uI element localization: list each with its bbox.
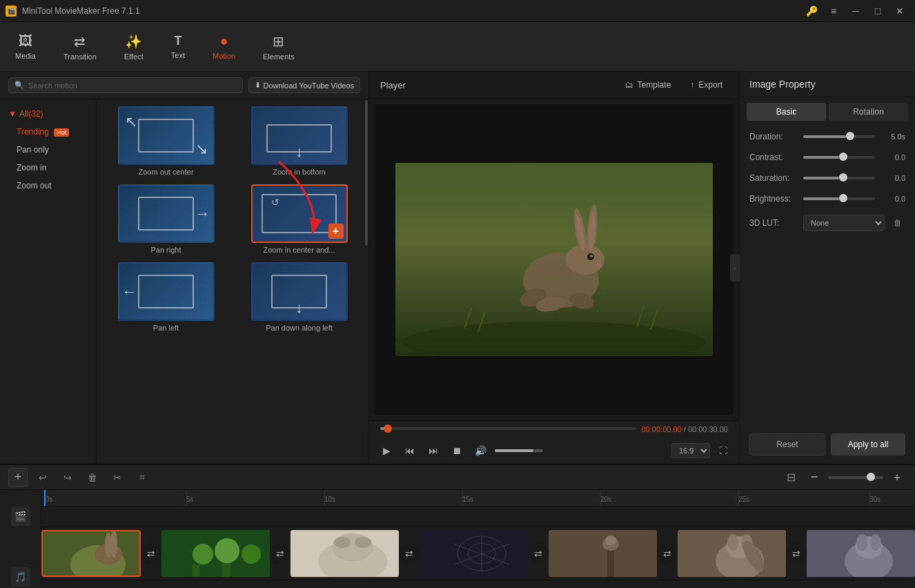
sidebar-item-trending[interactable]: Trending Hot [0, 123, 96, 141]
toolbar-transition[interactable]: ⇄ Transition [57, 29, 104, 65]
lut-delete-btn[interactable]: 🗑 [890, 215, 905, 231]
track-labels: 🎬 🎵 [0, 490, 41, 588]
audio-track-row [41, 580, 915, 588]
key-btn[interactable]: 🔑 [802, 3, 821, 19]
clip-dog[interactable] [291, 530, 399, 577]
menu-btn[interactable]: ≡ [824, 3, 843, 19]
brightness-slider[interactable] [803, 197, 875, 200]
playback-slider[interactable] [380, 427, 636, 430]
clip-hare[interactable] [41, 530, 141, 577]
title-bar: 🎬 MiniTool MovieMaker Free 7.1.1 🔑 ≡ ─ □… [0, 0, 915, 22]
sidebar-item-pan-only[interactable]: Pan only [0, 141, 96, 159]
audio-track-icon[interactable]: 🎵 [11, 567, 30, 587]
saturation-row: Saturation: 0.0 [740, 168, 915, 188]
video-track-icon[interactable]: 🎬 [11, 507, 30, 526]
player-controls: 00:00:00.00 / 00:00:30.00 ▶ ⏮ ⏭ ⏹ 🔊 16:9… [369, 420, 739, 464]
video-clips-row: ⇄ [41, 527, 915, 580]
svg-point-33 [332, 533, 373, 561]
lut-select[interactable]: None [803, 215, 885, 231]
motion-zoom-in-bottom[interactable]: ↓ Zoom in bottom [237, 106, 362, 176]
zoom-out-btn[interactable]: − [805, 468, 824, 487]
volume-slider[interactable] [495, 449, 543, 452]
skip-forward-btn[interactable]: ⏭ [424, 442, 442, 460]
aspect-ratio-select[interactable]: 16:9 9:16 1:1 4:3 [671, 443, 710, 458]
transition-2[interactable]: ⇄ [270, 543, 291, 564]
toolbar-effect[interactable]: ✨ Effect [117, 29, 150, 65]
motion-zoom-out-center[interactable]: ↘ ↖ Zoom out center [104, 106, 228, 176]
motion-grid: ↘ ↖ Zoom out center ↓ Zoom in bottom [97, 99, 368, 464]
saturation-slider[interactable] [803, 177, 875, 179]
motion-pan-left[interactable]: ← Pan left [104, 262, 228, 332]
fit-timeline-btn[interactable]: ⊟ [781, 468, 800, 487]
download-btn[interactable]: ⬇ Download YouTube Videos [248, 77, 361, 93]
minimize-btn[interactable]: ─ [846, 3, 865, 19]
zoom-in-btn[interactable]: + [887, 468, 907, 487]
search-box[interactable]: 🔍 Search motion [8, 77, 243, 93]
stop-btn[interactable]: ⏹ [448, 442, 466, 460]
export-btn[interactable]: ↑ Export [685, 77, 728, 92]
collapse-handle[interactable]: ‹ [730, 254, 740, 282]
template-icon: 🗂 [625, 80, 633, 90]
player-area: Player 🗂 Template ↑ Export [369, 72, 739, 464]
template-btn[interactable]: 🗂 Template [620, 77, 677, 92]
redo-btn[interactable]: ↪ [58, 468, 77, 487]
player-header: Player 🗂 Template ↑ Export [369, 72, 739, 99]
tab-rotation[interactable]: Rotation [829, 103, 908, 121]
clip-thumb-bird2 [549, 530, 657, 577]
fullscreen-btn[interactable]: ⛶ [716, 443, 731, 458]
skip-back-btn[interactable]: ⏮ [401, 442, 419, 460]
clip-thumb-squirrel2 [807, 530, 915, 577]
motion-zoom-in-center[interactable]: ↺ + Zoom in center and... [237, 184, 362, 254]
clip-squirrel[interactable] [678, 530, 786, 577]
svg-point-35 [355, 537, 371, 548]
maximize-btn[interactable]: □ [868, 3, 887, 19]
duration-slider[interactable] [803, 135, 875, 138]
sidebar-all[interactable]: ▼ All(32) [0, 105, 96, 123]
transition-6[interactable]: ⇄ [786, 543, 807, 564]
transition-5[interactable]: ⇄ [657, 543, 678, 564]
tab-basic[interactable]: Basic [747, 103, 826, 121]
motion-thumb-pan-right: → [118, 184, 215, 243]
sidebar-item-zoom-in[interactable]: Zoom in [0, 159, 96, 177]
cut-btn[interactable]: ✂ [108, 468, 127, 487]
transition-3[interactable]: ⇄ [399, 543, 420, 564]
scroll-bar[interactable] [364, 99, 368, 464]
svg-point-26 [193, 544, 213, 565]
transition-4[interactable]: ⇄ [528, 543, 549, 564]
delete-btn[interactable]: 🗑 [83, 468, 102, 487]
search-icon: 🔍 [14, 81, 24, 90]
timeline-tracks: 🎬 🎵 0s 5s 10s 15s 20s [0, 490, 915, 588]
clip-squirrel2[interactable] [807, 530, 915, 577]
contrast-row: Contrast: 0.0 [740, 147, 915, 168]
contrast-slider[interactable] [803, 156, 875, 159]
close-btn[interactable]: ✕ [890, 3, 909, 19]
undo-btn[interactable]: ↩ [33, 468, 52, 487]
crop-btn[interactable]: ⌗ [132, 468, 152, 487]
toolbar-text[interactable]: T Text [164, 30, 192, 63]
motion-pan-right[interactable]: → Pan right [104, 184, 228, 254]
clip-bird2[interactable] [549, 530, 657, 577]
clip-spider[interactable] [420, 530, 528, 577]
timeline-area: + ↩ ↪ 🗑 ✂ ⌗ ⊟ − + 🎬 🎵 [0, 464, 915, 588]
toolbar-elements[interactable]: ⊞ Elements [256, 29, 302, 65]
transition-1[interactable]: ⇄ [141, 543, 161, 564]
main-content: 🔍 Search motion ⬇ Download YouTube Video… [0, 72, 915, 464]
download-icon: ⬇ [255, 81, 261, 90]
play-btn[interactable]: ▶ [377, 442, 395, 460]
toolbar-motion[interactable]: ● Motion [206, 29, 242, 64]
hare-video [395, 163, 713, 356]
volume-btn[interactable]: 🔊 [471, 442, 489, 460]
zoom-slider[interactable] [828, 476, 883, 479]
sidebar-item-zoom-out[interactable]: Zoom out [0, 177, 96, 195]
motion-pan-down-left[interactable]: ↓ Pan down along left [237, 262, 362, 332]
add-media-btn[interactable]: + [8, 468, 28, 487]
export-icon: ↑ [690, 80, 694, 90]
reset-btn[interactable]: Reset [749, 433, 825, 455]
motion-thumb-zoom-out-center: ↘ ↖ [118, 106, 215, 165]
playhead[interactable] [44, 490, 46, 506]
text-icon: T [174, 34, 181, 48]
clip-birds[interactable] [161, 530, 270, 577]
toolbar-media[interactable]: 🖼 Media [8, 29, 43, 64]
apply-all-btn[interactable]: Apply to all [831, 433, 905, 455]
video-placeholder [395, 163, 713, 356]
